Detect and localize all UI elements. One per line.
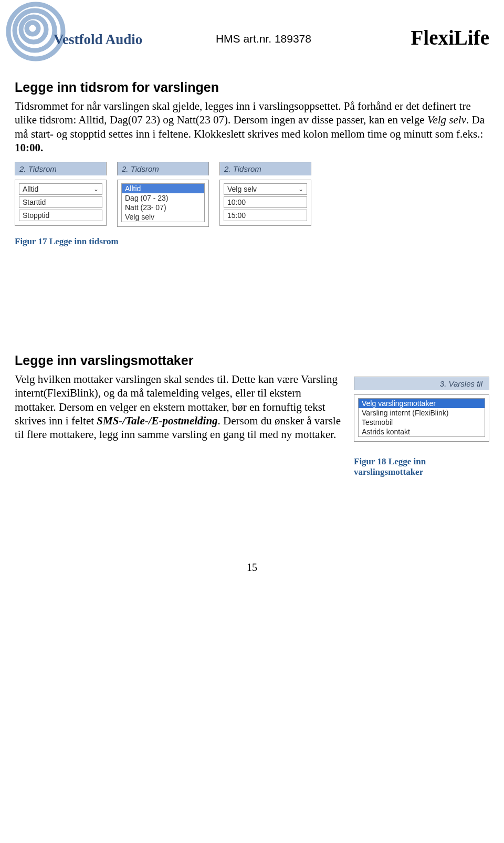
section2-paragraph: Velg hvilken mottaker varslingen skal se… xyxy=(15,372,343,441)
section1-heading: Legge inn tidsrom for varslingen xyxy=(15,80,489,95)
list-item[interactable]: Velg selv xyxy=(122,212,204,222)
logo-text: Vestfold Audio xyxy=(54,32,142,48)
list-item[interactable]: Alltid xyxy=(122,184,204,193)
figure17-row: 2. Tidsrom Alltid ⌄ Starttid Stopptid 2.… xyxy=(15,162,489,227)
varsles-panel: 3. Varsles til Velg varslingsmottaker Va… xyxy=(354,377,489,477)
list-item[interactable]: Testmobil xyxy=(359,418,485,427)
list-item[interactable]: Dag (07 - 23) xyxy=(122,193,204,203)
stopptid-value[interactable]: 15:00 xyxy=(224,210,307,221)
starttid-value[interactable]: 10:00 xyxy=(224,196,307,208)
chevron-down-icon: ⌄ xyxy=(93,185,99,193)
stopptid-field[interactable]: Stopptid xyxy=(19,210,102,221)
cell-label: Alltid xyxy=(23,185,38,193)
brand-name: FlexiLife xyxy=(411,26,489,49)
logo: Vestfold Audio xyxy=(15,11,142,63)
section2-row: Velg hvilken mottaker varslingen skal se… xyxy=(15,372,489,477)
cell-label: Velg selv xyxy=(227,185,257,193)
panel-body: Alltid Dag (07 - 23) Natt (23- 07) Velg … xyxy=(117,180,209,227)
svg-point-3 xyxy=(27,23,38,34)
para-text: Tidsrommet for når varslingen skal gjeld… xyxy=(15,100,471,126)
list-item[interactable]: Varsling internt (FlexiBlink) xyxy=(359,408,485,418)
section2-heading: Legge inn varslingsmottaker xyxy=(15,353,489,368)
section1-paragraph: Tidsrommet for når varslingen skal gjeld… xyxy=(15,99,487,154)
panel-body: Velg selv ⌄ 10:00 15:00 xyxy=(219,180,311,226)
starttid-field[interactable]: Starttid xyxy=(19,196,102,208)
hms-code: HMS art.nr. 189378 xyxy=(216,33,311,45)
para-bold: 10:00. xyxy=(15,141,43,154)
cell-label: Starttid xyxy=(23,198,46,206)
dropdown-alltid[interactable]: Alltid ⌄ xyxy=(19,183,102,195)
list-item[interactable]: Natt (23- 07) xyxy=(122,203,204,212)
tidsrom-panel-1: 2. Tidsrom Alltid ⌄ Starttid Stopptid xyxy=(15,162,107,227)
panel-body: Velg varslingsmottaker Varsling internt … xyxy=(354,394,489,442)
cell-label: 10:00 xyxy=(227,198,246,206)
tidsrom-panel-2: 2. Tidsrom Alltid Dag (07 - 23) Natt (23… xyxy=(117,162,209,227)
list-item[interactable]: Astrids kontakt xyxy=(359,427,485,436)
dropdown-velgselv[interactable]: Velg selv ⌄ xyxy=(224,183,307,195)
chevron-down-icon: ⌄ xyxy=(298,185,303,193)
page-number: 15 xyxy=(15,561,489,589)
panel-head: 3. Varsles til xyxy=(354,377,489,390)
figure17-caption: Figur 17 Legge inn tidsrom xyxy=(15,236,489,247)
cell-label: Stopptid xyxy=(23,211,49,220)
panel-body: Alltid ⌄ Starttid Stopptid xyxy=(15,180,107,226)
para-em: SMS-/Tale-/E-postmelding xyxy=(97,414,217,427)
list-item[interactable]: Velg varslingsmottaker xyxy=(359,399,485,408)
mottaker-listbox[interactable]: Velg varslingsmottaker Varsling internt … xyxy=(358,398,485,437)
tidsrom-listbox[interactable]: Alltid Dag (07 - 23) Natt (23- 07) Velg … xyxy=(121,183,205,222)
figure18-caption: Figur 18 Legge inn varslingsmottaker xyxy=(354,456,489,477)
tidsrom-panel-3: 2. Tidsrom Velg selv ⌄ 10:00 15:00 xyxy=(219,162,311,227)
panel-head: 2. Tidsrom xyxy=(219,162,311,175)
para-em: Velg selv xyxy=(427,113,466,126)
panel-head: 2. Tidsrom xyxy=(15,162,107,175)
cell-label: 15:00 xyxy=(227,211,246,220)
page-header: Vestfold Audio HMS art.nr. 189378 FlexiL… xyxy=(15,11,489,63)
panel-head: 2. Tidsrom xyxy=(117,162,209,175)
